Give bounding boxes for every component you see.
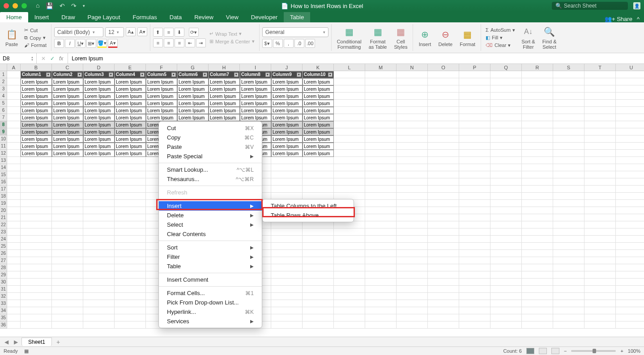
cell[interactable] [584, 250, 616, 257]
cell[interactable] [522, 243, 553, 250]
cell[interactable] [115, 164, 146, 171]
cell[interactable] [303, 321, 334, 329]
cell[interactable] [522, 236, 553, 243]
row-header[interactable]: 22 [0, 221, 7, 228]
cell[interactable] [83, 264, 115, 271]
collapse-ribbon-icon[interactable]: ^ [637, 16, 640, 22]
cell[interactable] [303, 164, 334, 171]
cell[interactable] [7, 157, 21, 164]
cell[interactable] [7, 193, 21, 200]
cell[interactable] [522, 178, 553, 186]
row-header[interactable]: 17 [0, 186, 7, 193]
cell[interactable] [616, 293, 644, 300]
cell[interactable] [616, 264, 644, 271]
cell[interactable] [271, 228, 303, 236]
cell[interactable] [616, 85, 644, 93]
cell[interactable] [584, 164, 616, 171]
col-header[interactable]: B [21, 64, 52, 71]
cell[interactable] [490, 286, 522, 293]
cell[interactable] [7, 200, 21, 207]
cell[interactable] [271, 321, 303, 329]
cell[interactable]: Lorem Ipsum [83, 107, 115, 114]
cell[interactable] [553, 100, 584, 107]
cell[interactable] [7, 100, 21, 107]
cell[interactable]: Lorem Ipsum [115, 114, 146, 121]
view-layout-icon[interactable] [539, 348, 547, 354]
cell[interactable] [616, 128, 644, 135]
cell[interactable]: Lorem Ipsum [21, 150, 52, 157]
cell[interactable]: Lorem Ipsum [115, 128, 146, 135]
cell[interactable]: Column1▾ [21, 71, 52, 78]
cell[interactable] [303, 279, 334, 286]
cell[interactable] [459, 85, 490, 93]
cell[interactable] [616, 178, 644, 186]
cell[interactable] [115, 279, 146, 286]
cell[interactable] [83, 200, 115, 207]
cell[interactable] [522, 143, 553, 150]
cell[interactable]: Lorem Ipsum [115, 85, 146, 93]
cell[interactable]: Column9▾ [271, 71, 303, 78]
cell[interactable]: Lorem Ipsum [209, 78, 240, 85]
col-header[interactable]: N [397, 64, 428, 71]
cell[interactable] [428, 200, 459, 207]
cell[interactable] [584, 207, 616, 214]
cell[interactable] [21, 257, 52, 264]
cell[interactable] [365, 221, 397, 228]
cell[interactable]: Lorem Ipsum [303, 93, 334, 100]
cell[interactable] [83, 257, 115, 264]
cell[interactable]: Lorem Ipsum [271, 107, 303, 114]
percent-icon[interactable]: % [273, 39, 283, 48]
cell[interactable]: Lorem Ipsum [271, 114, 303, 121]
cell[interactable] [584, 128, 616, 135]
cell[interactable] [303, 307, 334, 314]
cell[interactable]: Lorem Ipsum [240, 85, 271, 93]
cell[interactable] [522, 314, 553, 321]
cell[interactable] [21, 271, 52, 279]
cell[interactable] [428, 157, 459, 164]
cell[interactable] [584, 314, 616, 321]
cell[interactable] [334, 271, 365, 279]
cell[interactable] [271, 293, 303, 300]
menu-item-clear-contents[interactable]: Clear Contents [159, 229, 262, 239]
cell[interactable] [428, 228, 459, 236]
increase-font-icon[interactable]: A▴ [126, 27, 136, 36]
cell[interactable] [428, 100, 459, 107]
tab-page-layout[interactable]: Page Layout [81, 12, 127, 22]
cell[interactable] [365, 157, 397, 164]
view-break-icon[interactable] [551, 348, 559, 354]
cell[interactable] [21, 236, 52, 243]
cell[interactable] [616, 93, 644, 100]
cell[interactable] [365, 293, 397, 300]
format-cells-button[interactable]: ▦Format [457, 27, 478, 48]
cell[interactable] [334, 100, 365, 107]
cell[interactable] [584, 186, 616, 193]
find-select-button[interactable]: 🔍Find & Select [540, 25, 559, 51]
align-left-icon[interactable]: ≡ [153, 38, 163, 47]
cell[interactable] [52, 321, 83, 329]
cell[interactable] [397, 207, 428, 214]
cell[interactable] [365, 150, 397, 157]
cell[interactable] [397, 164, 428, 171]
col-header[interactable]: C [52, 64, 83, 71]
cell[interactable]: Lorem Ipsum [21, 121, 52, 128]
cell[interactable] [303, 221, 334, 228]
col-header[interactable]: M [365, 64, 397, 71]
cell[interactable] [397, 200, 428, 207]
cell[interactable] [21, 243, 52, 250]
cell[interactable] [522, 279, 553, 286]
col-header[interactable]: K [303, 64, 334, 71]
cell[interactable] [334, 157, 365, 164]
cut-button[interactable]: ✂Cut [22, 27, 48, 34]
cell[interactable] [397, 85, 428, 93]
cell[interactable] [365, 207, 397, 214]
cell[interactable] [522, 186, 553, 193]
menu-item-smart-lookup-[interactable]: Smart Lookup...^⌥⌘L [159, 165, 262, 174]
row-header[interactable]: 2 [0, 78, 7, 85]
cell[interactable]: Column8▾ [240, 71, 271, 78]
cell[interactable] [553, 207, 584, 214]
cell[interactable] [52, 243, 83, 250]
cell[interactable] [365, 114, 397, 121]
cell[interactable] [459, 200, 490, 207]
col-header[interactable]: P [459, 64, 490, 71]
cell[interactable] [584, 214, 616, 221]
